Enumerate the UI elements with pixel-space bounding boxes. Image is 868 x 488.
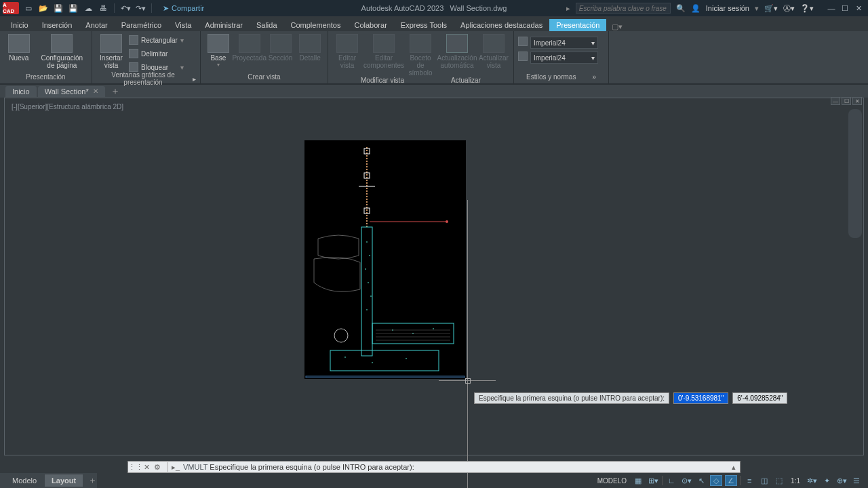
help-icon[interactable]: ❔▾ <box>800 4 814 13</box>
otrack-icon[interactable]: ∠ <box>725 475 737 486</box>
dynamic-input: Especifique la primera esquina (o pulse … <box>474 392 787 404</box>
drawing-viewport[interactable]: [-][Superior][Estructura alámbrica 2D] —… <box>4 98 864 455</box>
vp-close-icon[interactable]: ✕ <box>852 97 862 105</box>
navigation-bar[interactable] <box>848 109 862 238</box>
arrow-icon[interactable]: ▸ <box>566 4 570 13</box>
tab-aplicaciones[interactable]: Aplicaciones destacadas <box>454 19 549 31</box>
nueva-button[interactable]: Nueva <box>4 34 34 62</box>
cmd-customize-icon[interactable]: ⚙ <box>153 462 162 472</box>
actualizar-vista-button: Actualizar vista <box>479 34 509 69</box>
dynamic-input-x[interactable]: 0'-9.53168981" <box>673 392 728 404</box>
close-icon[interactable]: ✕ <box>93 87 98 95</box>
svg-point-7 <box>446 220 448 223</box>
cmd-history-icon[interactable]: ▴ <box>728 463 740 472</box>
maximize-button[interactable]: ☐ <box>838 2 852 14</box>
seccion-button: Sección <box>267 34 294 62</box>
editarvista-button: Editar vista <box>332 34 362 69</box>
redo-icon[interactable]: ↷▾ <box>135 3 146 14</box>
minimize-button[interactable]: — <box>825 2 838 14</box>
selection-icon[interactable]: ⬚ <box>773 475 785 486</box>
base-button[interactable]: Base▾ <box>205 34 232 68</box>
layout-preview <box>304 140 466 379</box>
dynamic-input-y[interactable]: 6'-4.09285284" <box>732 392 787 404</box>
viewport-label[interactable]: [-][Superior][Estructura alámbrica 2D] <box>9 102 126 111</box>
osnap-icon[interactable]: ◇ <box>710 475 722 486</box>
panel-ventanas-title: Ventanas gráficas de presentación▸ <box>96 73 196 84</box>
search-icon[interactable]: 🔍 <box>676 4 686 13</box>
insertar-vista-button[interactable]: Insertar vista <box>96 34 126 69</box>
share-label: Compartir <box>172 4 204 12</box>
snap-icon[interactable]: ⊞▾ <box>647 475 659 486</box>
cart-icon[interactable]: 🛒▾ <box>764 4 778 13</box>
tab-express[interactable]: Express Tools <box>394 19 454 31</box>
plot-icon[interactable]: 🖶 <box>98 3 108 14</box>
share-button[interactable]: ➤ Compartir <box>163 4 204 13</box>
menu-icon[interactable]: ☰ <box>850 475 863 486</box>
style2-dropdown[interactable]: Imperial24▾ <box>530 52 598 64</box>
tab-inicio[interactable]: Inicio <box>4 19 35 31</box>
tab-administrar[interactable]: Administrar <box>198 19 250 31</box>
close-button[interactable]: ✕ <box>852 2 865 14</box>
app-icon[interactable]: A CAD <box>3 2 19 14</box>
workspace-icon[interactable]: ⊕▾ <box>835 475 848 486</box>
dynamic-prompt: Especifique la primera esquina (o pulse … <box>474 392 669 404</box>
tab-colaborar[interactable]: Colaborar <box>348 19 394 31</box>
svg-rect-0 <box>304 140 466 379</box>
svg-point-15 <box>368 282 369 283</box>
command-line[interactable]: ⋮⋮ ✕ ⚙ ▸_ VMULT Especifique la primera e… <box>127 461 741 473</box>
cmd-handle-icon[interactable]: ⋮⋮ <box>131 462 140 472</box>
search-input[interactable] <box>576 3 671 14</box>
lineweight-icon[interactable]: ≡ <box>743 475 755 486</box>
filetab-inicio[interactable]: Inicio <box>5 86 37 97</box>
tab-insercion[interactable]: Inserción <box>35 19 79 31</box>
login-label[interactable]: Iniciar sesión <box>706 4 749 12</box>
app-exchange-icon[interactable]: Ⓐ▾ <box>783 3 795 14</box>
transparency-icon[interactable]: ◫ <box>758 475 770 486</box>
tab-vista[interactable]: Vista <box>168 19 198 31</box>
title-bar: A CAD ▭ 📂 💾 💾 ☁ 🖶 ↶▾ ↷▾ ➤ Compartir Auto… <box>0 0 868 16</box>
add-layout-button[interactable]: ＋ <box>88 474 97 487</box>
save-icon[interactable]: 💾 <box>53 3 64 14</box>
status-scale[interactable]: 1:1 <box>788 476 803 486</box>
tab-parametrico[interactable]: Paramétrico <box>115 19 168 31</box>
quick-access-toolbar: ▭ 📂 💾 💾 ☁ 🖶 ↶▾ ↷▾ ➤ Compartir <box>23 3 204 14</box>
vp-minimize-icon[interactable]: — <box>831 97 840 105</box>
style1-icon[interactable] <box>518 37 528 46</box>
svg-point-20 <box>433 328 434 329</box>
web-save-icon[interactable]: ☁ <box>83 3 94 14</box>
window-title: Autodesk AutoCAD 2023 Wall Section.dwg <box>361 4 507 12</box>
config-pagina-button[interactable]: Configuración de página <box>37 34 87 69</box>
filetab-wallsection[interactable]: Wall Section*✕ <box>38 86 105 97</box>
iso-icon[interactable]: ↖ <box>695 475 707 486</box>
rectangular-button[interactable]: Rectangular▾ <box>129 34 184 46</box>
crosshair-pickbox <box>465 378 471 384</box>
saveas-icon[interactable]: 💾 <box>68 3 79 14</box>
status-modelo[interactable]: MODELO <box>595 476 629 486</box>
btab-modelo[interactable]: Modelo <box>5 474 43 487</box>
tab-salida[interactable]: Salida <box>250 19 284 31</box>
new-icon[interactable]: ▭ <box>23 3 34 14</box>
style1-dropdown[interactable]: Imperial24▾ <box>530 37 598 49</box>
tab-complementos[interactable]: Complementos <box>284 19 348 31</box>
cmd-close-icon[interactable]: ✕ <box>142 462 151 472</box>
tab-anotar[interactable]: Anotar <box>79 19 114 31</box>
anno-icon[interactable]: ✦ <box>821 475 833 486</box>
command-text: VMULT Especifique la primera esquina (o … <box>180 463 728 471</box>
tab-presentacion[interactable]: Presentación <box>549 19 606 31</box>
vp-maximize-icon[interactable]: ☐ <box>842 97 851 105</box>
grid-icon[interactable]: ▦ <box>632 475 644 486</box>
new-tab-button[interactable]: ＋ <box>111 85 120 98</box>
polar-icon[interactable]: ⊙▾ <box>680 475 692 486</box>
gear-icon[interactable]: ✲▾ <box>806 475 818 486</box>
svg-point-16 <box>370 296 372 297</box>
open-icon[interactable]: 📂 <box>38 3 49 14</box>
user-icon[interactable]: 👤 <box>691 4 701 13</box>
undo-icon[interactable]: ↶▾ <box>120 3 131 14</box>
btab-layout[interactable]: Layout <box>45 474 83 487</box>
ortho-icon[interactable]: ∟ <box>665 475 677 486</box>
style2-icon[interactable] <box>518 52 528 61</box>
delimitar-button[interactable]: Delimitar <box>129 47 184 60</box>
tab-extra-icon[interactable]: ▢▾ <box>612 22 623 31</box>
layout-tabs: Modelo Layout ＋ <box>0 473 97 488</box>
actualizacion-auto-button[interactable]: Actualización automática <box>438 34 476 69</box>
